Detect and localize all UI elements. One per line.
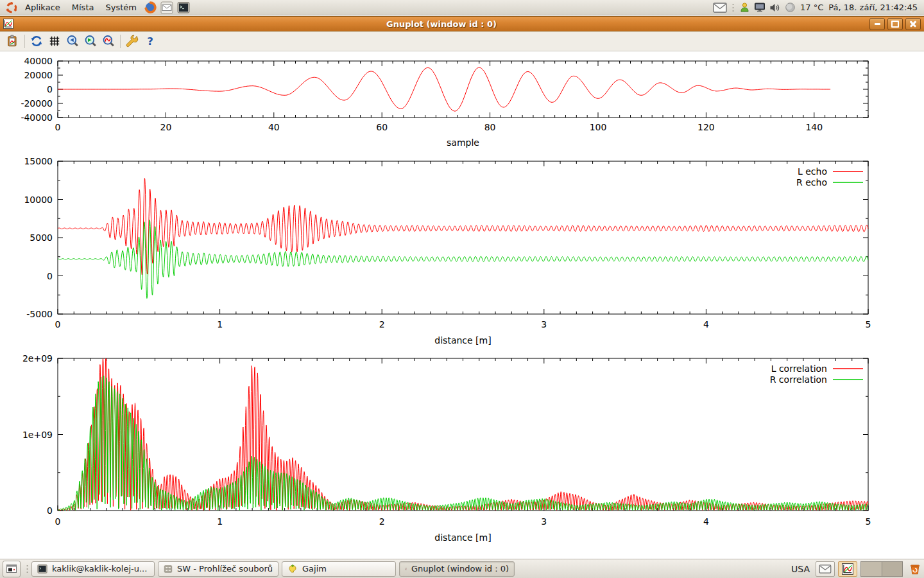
workspace-1[interactable] bbox=[861, 562, 882, 576]
y-tick-label: 0 bbox=[47, 271, 53, 281]
y-tick-label: 5000 bbox=[30, 232, 53, 243]
close-icon bbox=[909, 20, 917, 28]
svg-text:?: ? bbox=[147, 35, 153, 48]
terminal-icon bbox=[37, 564, 47, 574]
x-tick-label: 0 bbox=[55, 516, 61, 527]
window-title: Gnuplot (window id : 0) bbox=[13, 19, 869, 29]
zoom-next-icon bbox=[84, 35, 97, 48]
y-tick-label: 15000 bbox=[24, 156, 53, 166]
zoom-previous-icon bbox=[66, 35, 79, 48]
plot-frame bbox=[58, 161, 868, 314]
help-icon: ? bbox=[144, 35, 157, 48]
gajim-icon bbox=[287, 564, 298, 574]
toolbar-separator bbox=[120, 35, 121, 48]
x-tick-label: 0 bbox=[55, 319, 61, 329]
task-button-gajim[interactable]: Gajim bbox=[282, 561, 396, 577]
keyboard-layout-indicator[interactable]: USA bbox=[791, 564, 810, 574]
help-button[interactable]: ? bbox=[141, 33, 159, 50]
y-tick-label: 40000 bbox=[24, 56, 53, 66]
trash-icon[interactable] bbox=[909, 563, 921, 575]
chart-2: 01234501e+092e+09distance [m]L correlati… bbox=[22, 353, 871, 543]
y-tick-label: 1e+09 bbox=[22, 430, 53, 440]
user-switcher-icon[interactable] bbox=[739, 2, 750, 13]
taskbar-right: USA bbox=[791, 561, 921, 577]
envelope-icon bbox=[819, 565, 832, 574]
autoscale-button[interactable] bbox=[99, 33, 117, 50]
next-zoom-button[interactable] bbox=[81, 33, 99, 50]
maximize-icon bbox=[891, 21, 899, 28]
x-tick-label: 40 bbox=[268, 122, 280, 132]
terminal-launcher-icon[interactable] bbox=[177, 1, 190, 14]
mail-applet-button[interactable] bbox=[816, 561, 835, 577]
legend-label: L correlation bbox=[771, 363, 827, 374]
ubuntu-menu-icon[interactable] bbox=[6, 2, 17, 13]
copy-to-clipboard-button[interactable] bbox=[4, 33, 22, 50]
task-label: Gnuplot (window id : 0) bbox=[411, 564, 509, 574]
remote-desktop-icon[interactable] bbox=[754, 2, 766, 13]
x-tick-label: 60 bbox=[376, 122, 388, 132]
gnuplot-applet-button[interactable] bbox=[838, 561, 857, 577]
show-desktop-button[interactable] bbox=[3, 561, 21, 577]
x-tick-label: 4 bbox=[703, 319, 709, 329]
task-button-file-manager[interactable]: SW - Prohlížeč souborů bbox=[158, 561, 278, 577]
chart-1: 012345-5000050001000015000distance [m]L … bbox=[24, 156, 871, 346]
x-tick-label: 3 bbox=[541, 319, 547, 329]
y-tick-label: -5000 bbox=[26, 309, 53, 319]
y-tick-label: 0 bbox=[47, 505, 53, 516]
menu-places[interactable]: Místa bbox=[66, 0, 100, 15]
y-tick-label: -20000 bbox=[21, 98, 53, 109]
clock-label[interactable]: Pá, 18. září, 21:42:45 bbox=[828, 3, 918, 12]
weather-icon[interactable] bbox=[785, 2, 796, 13]
previous-zoom-button[interactable] bbox=[64, 33, 81, 50]
gnuplot-icon bbox=[842, 563, 853, 575]
mail-notification-icon[interactable] bbox=[713, 3, 727, 13]
replot-button[interactable] bbox=[28, 33, 46, 50]
charts: 020406080100120140-40000-200000200004000… bbox=[0, 51, 924, 559]
legend-label: L echo bbox=[798, 166, 827, 177]
x-axis-title: distance [m] bbox=[434, 335, 491, 346]
gnuplot-window-icon bbox=[3, 19, 13, 29]
panel-right: 17 °C Pá, 18. září, 21:42:45 bbox=[711, 0, 920, 15]
mail-launcher-icon[interactable] bbox=[160, 1, 173, 14]
panel-grip-handle[interactable] bbox=[732, 2, 735, 13]
workspace-2[interactable] bbox=[882, 562, 903, 576]
temperature-label[interactable]: 17 °C bbox=[800, 3, 823, 12]
task-button-terminal[interactable]: kaklik@kaklik-kolej-u... bbox=[31, 561, 155, 577]
gnuplot-icon bbox=[405, 564, 407, 574]
workspace-switcher[interactable] bbox=[860, 561, 903, 577]
gnuplot-canvas: 020406080100120140-40000-200000200004000… bbox=[0, 51, 924, 559]
x-tick-label: 2 bbox=[379, 319, 385, 329]
window-titlebar[interactable]: Gnuplot (window id : 0) bbox=[0, 16, 924, 31]
toolbar-separator bbox=[24, 35, 25, 48]
volume-icon[interactable] bbox=[769, 3, 781, 13]
firefox-launcher-icon[interactable] bbox=[144, 1, 157, 13]
clipboard-icon bbox=[6, 35, 19, 48]
taskbar-grip-handle[interactable] bbox=[26, 563, 29, 575]
x-tick-label: 0 bbox=[55, 122, 61, 132]
file-manager-icon bbox=[164, 564, 173, 574]
x-axis-title: sample bbox=[447, 137, 479, 148]
legend-label: R correlation bbox=[770, 374, 827, 385]
desktop-screen: Aplikace Místa Systém bbox=[0, 0, 924, 578]
options-button[interactable] bbox=[123, 33, 141, 50]
x-tick-label: 140 bbox=[805, 122, 823, 132]
minimize-button[interactable] bbox=[869, 18, 885, 30]
maximize-button[interactable] bbox=[887, 18, 903, 30]
menu-system[interactable]: Systém bbox=[99, 0, 142, 15]
menu-applications[interactable]: Aplikace bbox=[19, 0, 66, 15]
x-tick-label: 20 bbox=[160, 122, 171, 132]
toggle-grid-button[interactable] bbox=[46, 33, 64, 50]
task-button-gnuplot[interactable]: Gnuplot (window id : 0) bbox=[399, 561, 515, 577]
gnuplot-toolbar: ? bbox=[0, 31, 924, 51]
x-tick-label: 2 bbox=[379, 516, 385, 527]
wrench-icon bbox=[126, 35, 139, 48]
chart-0: 020406080100120140-40000-200000200004000… bbox=[21, 56, 868, 148]
x-axis-title: distance [m] bbox=[434, 532, 491, 543]
grid-icon bbox=[48, 35, 61, 48]
panel-left: Aplikace Místa Systém bbox=[4, 0, 192, 15]
window-controls bbox=[869, 18, 921, 30]
autoscale-icon bbox=[102, 35, 115, 48]
gnome-top-panel: Aplikace Místa Systém bbox=[0, 0, 924, 15]
x-tick-label: 80 bbox=[484, 122, 496, 132]
close-button[interactable] bbox=[905, 18, 921, 30]
